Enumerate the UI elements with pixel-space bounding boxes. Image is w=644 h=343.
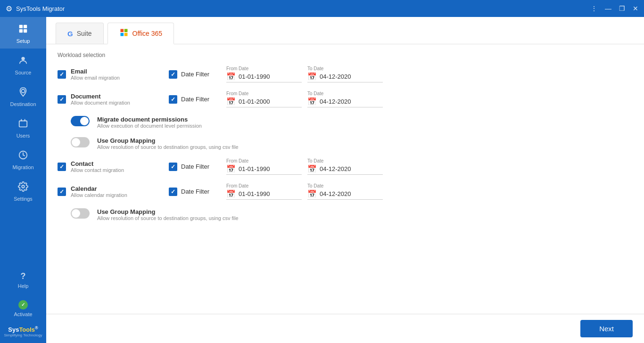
contact-to-cal-icon[interactable]: 📅 bbox=[307, 164, 317, 173]
document-to-date-field: To Date 📅 04-12-2020 bbox=[307, 91, 383, 107]
source-tabs: G Suite Office 365 bbox=[46, 17, 644, 44]
calendar-date-filter-checkbox[interactable] bbox=[169, 188, 177, 196]
tab-office365[interactable]: Office 365 bbox=[107, 23, 174, 44]
calendar-date-filter-label: Date Filter bbox=[181, 188, 209, 195]
email-from-input-row: 📅 01-01-1990 bbox=[226, 72, 302, 82]
sidebar-item-help[interactable]: ? Help bbox=[0, 265, 46, 294]
calendar-from-value[interactable]: 01-01-1990 bbox=[239, 190, 270, 197]
email-to-value[interactable]: 04-12-2020 bbox=[320, 73, 351, 80]
use-group-mapping-doc-toggle[interactable] bbox=[71, 137, 90, 147]
email-to-cal-icon[interactable]: 📅 bbox=[307, 72, 317, 81]
document-to-label: To Date bbox=[307, 91, 383, 96]
email-from-cal-icon[interactable]: 📅 bbox=[226, 72, 236, 81]
more-icon[interactable]: ⋮ bbox=[591, 5, 597, 12]
sidebar-logo: SysTools® Simplifying Technology bbox=[4, 322, 42, 339]
sidebar-item-users[interactable]: Users bbox=[0, 112, 46, 143]
app-layout: Setup Source Destination Users Migration bbox=[0, 17, 644, 343]
sidebar-users-label: Users bbox=[17, 133, 30, 139]
sidebar-item-setup[interactable]: Setup bbox=[0, 17, 46, 49]
restore-icon[interactable]: ❐ bbox=[619, 5, 625, 12]
document-from-label: From Date bbox=[226, 91, 302, 96]
document-date-filter-checkbox[interactable] bbox=[169, 95, 177, 104]
migrate-doc-perms-title: Migrate document permissions bbox=[97, 116, 202, 123]
use-group-mapping-cal-row: Use Group Mapping Allow resolution of so… bbox=[58, 208, 633, 221]
email-row: Email Allow email migration Date Filter … bbox=[58, 66, 633, 82]
contact-from-cal-icon[interactable]: 📅 bbox=[226, 164, 236, 173]
calendar-to-cal-icon[interactable]: 📅 bbox=[307, 189, 317, 198]
email-date-filter-checkbox[interactable] bbox=[169, 70, 177, 79]
document-checkbox-section: Document Allow document migration bbox=[58, 93, 161, 106]
migration-icon bbox=[18, 150, 28, 163]
sidebar-bottom: ? Help ✓ Activate SysTools® Simplifying … bbox=[0, 265, 46, 343]
svg-point-8 bbox=[22, 185, 25, 188]
logo-sub: Simplifying Technology bbox=[4, 333, 42, 337]
sidebar-item-destination[interactable]: Destination bbox=[0, 80, 46, 112]
document-date-filter: Date Filter bbox=[169, 95, 209, 104]
email-from-label: From Date bbox=[226, 66, 302, 71]
svg-point-5 bbox=[21, 90, 25, 93]
gsuite-logo: G bbox=[67, 30, 73, 38]
contact-from-input-row: 📅 01-01-1990 bbox=[226, 164, 302, 175]
tab-gsuite[interactable]: G Suite bbox=[56, 23, 104, 44]
svg-rect-12 bbox=[124, 33, 127, 36]
calendar-checkbox[interactable] bbox=[58, 188, 66, 196]
contact-desc: Allow contact migration bbox=[71, 167, 124, 173]
users-icon bbox=[18, 118, 28, 131]
use-group-mapping-cal-toggle[interactable] bbox=[71, 208, 90, 219]
calendar-checkbox-section: Calendar Allow calendar migration bbox=[58, 185, 161, 198]
email-date-filter: Date Filter bbox=[169, 70, 209, 79]
calendar-desc: Allow calendar migration bbox=[71, 192, 127, 198]
next-button[interactable]: Next bbox=[580, 320, 633, 337]
sidebar: Setup Source Destination Users Migration bbox=[0, 17, 46, 343]
document-checkbox[interactable] bbox=[58, 95, 66, 104]
sidebar-item-activate[interactable]: ✓ Activate bbox=[0, 294, 46, 322]
use-group-mapping-cal-title: Use Group Mapping bbox=[97, 208, 239, 215]
titlebar-controls: ⋮ — ❐ ✕ bbox=[591, 5, 638, 12]
calendar-to-input-row: 📅 04-12-2020 bbox=[307, 189, 383, 200]
svg-rect-0 bbox=[19, 25, 23, 28]
o365-tab-label: Office 365 bbox=[132, 30, 163, 37]
contact-to-value[interactable]: 04-12-2020 bbox=[320, 165, 351, 172]
contact-date-filter-checkbox[interactable] bbox=[169, 163, 177, 171]
setup-icon bbox=[18, 24, 28, 36]
document-to-value[interactable]: 04-12-2020 bbox=[320, 98, 351, 105]
contact-to-date-field: To Date 📅 04-12-2020 bbox=[307, 158, 383, 175]
close-icon[interactable]: ✕ bbox=[633, 5, 638, 12]
contact-checkbox[interactable] bbox=[58, 163, 66, 171]
email-to-date-field: To Date 📅 04-12-2020 bbox=[307, 66, 383, 82]
contact-from-value[interactable]: 01-01-1990 bbox=[239, 165, 270, 172]
calendar-date-range: From Date 📅 01-01-1990 To Date 📅 04-12-2… bbox=[226, 183, 383, 200]
calendar-to-label: To Date bbox=[307, 183, 383, 188]
document-date-filter-label: Date Filter bbox=[181, 96, 209, 103]
sidebar-item-source[interactable]: Source bbox=[0, 49, 46, 80]
email-date-range: From Date 📅 01-01-1990 To Date 📅 04-12-2… bbox=[226, 66, 383, 82]
minimize-icon[interactable]: — bbox=[605, 5, 611, 12]
calendar-to-value[interactable]: 04-12-2020 bbox=[320, 190, 351, 197]
document-title: Document bbox=[71, 93, 130, 100]
email-checkbox[interactable] bbox=[58, 70, 66, 79]
migrate-doc-perms-toggle[interactable] bbox=[71, 116, 90, 126]
calendar-from-label: From Date bbox=[226, 183, 302, 188]
calendar-from-cal-icon[interactable]: 📅 bbox=[226, 189, 236, 198]
use-group-mapping-cal-desc: Allow resolution of source to destinatio… bbox=[97, 215, 239, 221]
document-to-cal-icon[interactable]: 📅 bbox=[307, 97, 317, 106]
sidebar-item-settings[interactable]: Settings bbox=[0, 175, 46, 206]
email-from-value[interactable]: 01-01-1990 bbox=[239, 73, 270, 80]
document-from-cal-icon[interactable]: 📅 bbox=[226, 97, 236, 106]
sidebar-item-migration[interactable]: Migration bbox=[0, 143, 46, 175]
contact-row: Contact Allow contact migration Date Fil… bbox=[58, 158, 633, 175]
document-desc: Allow document migration bbox=[71, 100, 130, 106]
workload-label: Workload selection bbox=[58, 52, 633, 58]
svg-rect-3 bbox=[24, 29, 27, 33]
contact-date-range: From Date 📅 01-01-1990 To Date 📅 04-12-2… bbox=[226, 158, 383, 175]
svg-rect-6 bbox=[19, 121, 27, 127]
document-row: Document Allow document migration Date F… bbox=[58, 91, 633, 107]
migrate-doc-perms-desc: Allow execution of document level permis… bbox=[97, 123, 202, 129]
svg-rect-9 bbox=[120, 29, 124, 33]
calendar-date-filter: Date Filter bbox=[169, 188, 209, 196]
document-from-value[interactable]: 01-01-2000 bbox=[239, 98, 270, 105]
sidebar-setup-label: Setup bbox=[17, 38, 30, 44]
contact-checkbox-section: Contact Allow contact migration bbox=[58, 160, 161, 173]
titlebar-title: ⚙ SysTools Migrator bbox=[6, 4, 65, 13]
use-group-mapping-doc-row: Use Group Mapping Allow resolution of so… bbox=[58, 137, 633, 150]
